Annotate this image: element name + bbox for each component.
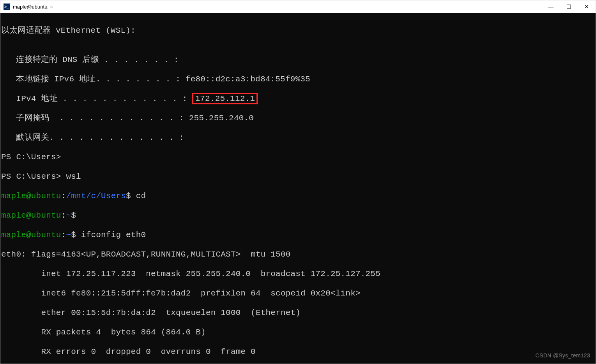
prompt-path: /mnt/c/Users <box>66 192 126 200</box>
prompt-user: maple@ubuntu <box>1 211 61 220</box>
maximize-button[interactable]: ☐ <box>560 0 578 13</box>
terminal-area[interactable]: 以太网适配器 vEthernet (WSL): 连接特定的 DNS 后缀 . .… <box>0 13 596 364</box>
output-line: RX errors 0 dropped 0 overruns 0 frame 0 <box>1 347 596 357</box>
output-line: eth0: flags=4163<UP,BROADCAST,RUNNING,MU… <box>1 250 596 259</box>
output-line: IPv4 地址 . . . . . . . . . . . . : 172.25… <box>1 94 596 104</box>
output-line: PS C:\Users> wsl <box>1 172 596 181</box>
watermark: CSDN @Sys_tem123 <box>536 351 590 360</box>
prompt-cmd: $ cd <box>126 192 146 200</box>
titlebar[interactable]: >_ maple@ubuntu: ~ — ☐ ✕ <box>0 0 596 13</box>
output-line: 连接特定的 DNS 后缀 . . . . . . . : <box>1 55 596 65</box>
powershell-icon: >_ <box>4 4 10 10</box>
prompt-line: maple@ubuntu:/mnt/c/Users$ cd <box>1 191 596 201</box>
ipv4-highlight: 172.25.112.1 <box>192 93 258 104</box>
output-line: 子网掩码 . . . . . . . . . . . . : 255.255.2… <box>1 113 596 123</box>
output-line: ether 00:15:5d:7b:da:d2 txqueuelen 1000 … <box>1 308 596 318</box>
prompt-user: maple@ubuntu <box>1 192 61 200</box>
prompt-path: ~ <box>66 230 71 239</box>
output-line: 默认网关. . . . . . . . . . . . . : <box>1 133 596 142</box>
prompt-cmd: $ <box>71 211 76 220</box>
prompt-line: maple@ubuntu:~$ <box>1 211 596 220</box>
window-title: maple@ubuntu: ~ <box>13 4 53 10</box>
output-line: inet 172.25.117.223 netmask 255.255.240.… <box>1 269 596 279</box>
prompt-cmd: $ ifconfig eth0 <box>71 230 146 239</box>
prompt-user: maple@ubuntu <box>1 230 61 239</box>
prompt-path: ~ <box>66 211 71 220</box>
output-line: RX packets 4 bytes 864 (864.0 B) <box>1 327 596 337</box>
minimize-button[interactable]: — <box>542 0 560 13</box>
output-line: 本地链接 IPv6 地址. . . . . . . . : fe80::d2c:… <box>1 74 596 84</box>
app-window: >_ maple@ubuntu: ~ — ☐ ✕ 以太网适配器 vEtherne… <box>0 0 596 364</box>
prompt-line: maple@ubuntu:~$ ifconfig eth0 <box>1 230 596 240</box>
output-line: inet6 fe80::215:5dff:fe7b:dad2 prefixlen… <box>1 288 596 298</box>
close-button[interactable]: ✕ <box>578 0 596 13</box>
output-line: 以太网适配器 vEthernet (WSL): <box>1 26 596 35</box>
output-line: PS C:\Users> <box>1 152 596 162</box>
ipv4-label: IPv4 地址 . . . . . . . . . . . . : <box>1 94 192 103</box>
